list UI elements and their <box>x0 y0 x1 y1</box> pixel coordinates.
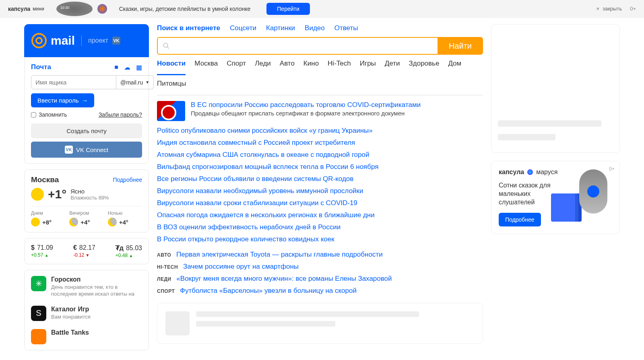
category-tab[interactable]: Кино <box>303 60 319 71</box>
placeholder-line <box>196 321 335 327</box>
rate-delta: +0.48 ▲ <box>116 253 133 258</box>
list-item-title: Каталог Игр <box>51 306 91 313</box>
promo-age-label: 0+ <box>630 6 636 12</box>
cloud-icon[interactable]: ☁ <box>124 64 130 71</box>
rate-item[interactable]: €82.17 -0.12 ▼ <box>73 244 95 258</box>
chevron-down-icon: ▼ <box>145 80 149 84</box>
news-tagged-list: АВТО Первая электрическая Toyota — раскр… <box>157 251 483 295</box>
list-item-sub: Вам понравится <box>51 314 91 321</box>
news-link[interactable]: Первая электрическая Toyota — раскрыты г… <box>176 251 383 258</box>
news-link[interactable]: В ВОЗ оценили эффективность нерабочих дн… <box>157 223 483 231</box>
placeholder-line <box>498 120 601 127</box>
weather-part-label: Днем <box>31 210 65 216</box>
lead-thumbnail[interactable] <box>157 101 185 121</box>
lead-headline-link[interactable]: В ЕС попросили Россию расследовать торго… <box>191 101 421 109</box>
side-list-item[interactable]: Battle Tanks <box>31 325 142 348</box>
rate-delta: +0.57 ▲ <box>31 252 49 258</box>
news-link[interactable]: «Вокруг меня всегда много мужчин»: все р… <box>176 275 392 282</box>
books-icon <box>551 193 575 222</box>
list-item-sub: День понравится тем, кто в последнее вре… <box>51 284 142 298</box>
category-tab[interactable]: Леди <box>255 60 271 71</box>
news-link[interactable]: В России открыто рекордное количество ко… <box>157 235 483 243</box>
category-tab[interactable]: Спорт <box>227 60 246 71</box>
weather-part-temp: +4° <box>80 219 90 226</box>
vk-icon: VK <box>65 146 73 154</box>
forgot-password-link[interactable]: Забыли пароль? <box>99 111 142 118</box>
promo-illustration <box>551 169 615 230</box>
news-tag: HI-TECH <box>157 264 178 270</box>
weather-city: Москва <box>31 175 59 184</box>
rate-item[interactable]: ₮д85.03 +0.48 ▲ <box>116 244 142 258</box>
category-tab[interactable]: Новости <box>157 60 186 75</box>
category-tab[interactable]: Москва <box>194 60 218 71</box>
enter-password-button[interactable]: Ввести пароль → <box>31 93 94 107</box>
svg-line-1 <box>167 47 169 49</box>
category-tabs: НовостиМоскваСпортЛедиАвтоКиноHi-TechИгр… <box>157 60 483 95</box>
search-tab[interactable]: Ответы <box>334 24 358 32</box>
tagged-news-row: АВТО Первая электрическая Toyota — раскр… <box>157 251 483 259</box>
rates-card: $71.09 +0.57 ▲ €82.17 -0.12 ▼ ₮д85.03 +0… <box>24 238 149 264</box>
news-link[interactable]: Вильфанд спрогнозировал мощный всплеск т… <box>157 163 483 171</box>
news-link[interactable]: Politico опубликовало снимки российских … <box>157 127 483 135</box>
category-tab[interactable]: Дом <box>448 60 461 71</box>
weather-part: Днем +8° <box>31 210 65 226</box>
news-link[interactable]: Футболиста «Барселоны» увезли в больницу… <box>180 287 357 294</box>
create-mail-button[interactable]: Создать почту <box>31 123 142 138</box>
mailbox-input[interactable] <box>31 75 116 89</box>
weather-part-label: Вечером <box>69 210 103 216</box>
side-list-item[interactable]: ✳ Гороскоп День понравится тем, кто в по… <box>31 272 142 302</box>
news-link[interactable]: Вирусологи назвали сроки стабилизации си… <box>157 199 483 207</box>
search-tab[interactable]: Поиск в интернете <box>157 24 220 32</box>
category-tab[interactable]: Игры <box>360 60 376 71</box>
search-tab[interactable]: Картинки <box>266 24 295 32</box>
vk-connect-button[interactable]: VK VK Connect <box>31 142 142 158</box>
calendar-icon[interactable]: ▦ <box>136 64 142 71</box>
enter-password-label: Ввести пароль <box>37 97 78 104</box>
category-tab[interactable]: Hi-Tech <box>328 60 351 71</box>
category-tab[interactable]: Здоровье <box>409 60 440 71</box>
search-button[interactable]: Найти <box>438 37 483 55</box>
news-link[interactable]: Индия остановила совместный с Россией пр… <box>157 139 483 147</box>
remember-checkbox[interactable]: Запомнить <box>31 111 67 118</box>
mail-login-card: Почта ■ ☁ ▦ @mail.ru ▼ Ввести пароль → <box>24 57 149 164</box>
search-tab[interactable]: Соцсети <box>230 24 256 32</box>
mail-title[interactable]: Почта <box>31 63 51 71</box>
category-tab[interactable]: Авто <box>280 60 295 71</box>
promo-more-button[interactable]: Подробнее <box>499 213 541 226</box>
news-link[interactable]: Все регионы России объявили о введении с… <box>157 175 483 183</box>
weather-part-label: Ночью <box>108 210 142 216</box>
rate-item[interactable]: $71.09 +0.57 ▲ <box>31 244 53 258</box>
promo-brand-text: капсула <box>8 6 30 12</box>
mail-logo-header[interactable]: mail проект VK <box>24 24 149 57</box>
weather-part-icon <box>31 218 40 226</box>
weather-more-link[interactable]: Подробнее <box>113 177 142 183</box>
category-tab[interactable]: Дети <box>385 60 400 71</box>
weather-part-temp: +8° <box>42 219 52 226</box>
video-icon[interactable]: ■ <box>114 64 118 71</box>
weather-card: Москва Подробнее +1° Ясно Влажность 89% … <box>24 169 149 232</box>
close-icon: × <box>596 6 599 12</box>
rate-symbol: $ <box>31 244 35 251</box>
news-link[interactable]: Атомная субмарина США столкнулась в океа… <box>157 151 483 159</box>
search-tab[interactable]: Видео <box>305 24 325 32</box>
promo-close-button[interactable]: × закрыть <box>596 6 622 12</box>
domain-select[interactable]: @mail.ru ▼ <box>116 75 154 89</box>
arrow-right-icon: → <box>82 97 88 104</box>
search-input[interactable] <box>173 38 433 54</box>
weather-temp: +1° <box>48 187 66 201</box>
list-item-icon: S <box>31 306 46 321</box>
promo-go-button[interactable]: Перейти <box>266 3 310 15</box>
remember-checkbox-input[interactable] <box>31 112 36 117</box>
content-placeholder <box>157 303 483 344</box>
promo-close-label: закрыть <box>603 6 622 12</box>
placeholder-line <box>196 311 419 317</box>
news-link[interactable]: Вирусологи назвали необходимый уровень и… <box>157 187 483 195</box>
side-list-item[interactable]: S Каталог Игр Вам понравится <box>31 302 142 325</box>
news-link[interactable]: Опасная погода ожидается в нескольких ре… <box>157 211 483 219</box>
lead-subtitle: Продавцы обещают прислать сертификат в ф… <box>191 110 416 117</box>
category-tab[interactable]: Питомцы <box>157 80 186 91</box>
rate-value: 82.17 <box>79 244 95 251</box>
rate-value: 71.09 <box>37 244 53 251</box>
news-link[interactable]: Зачем россияне орут на смартфоны <box>183 263 299 270</box>
promo-brand-name: капсула <box>499 169 524 176</box>
